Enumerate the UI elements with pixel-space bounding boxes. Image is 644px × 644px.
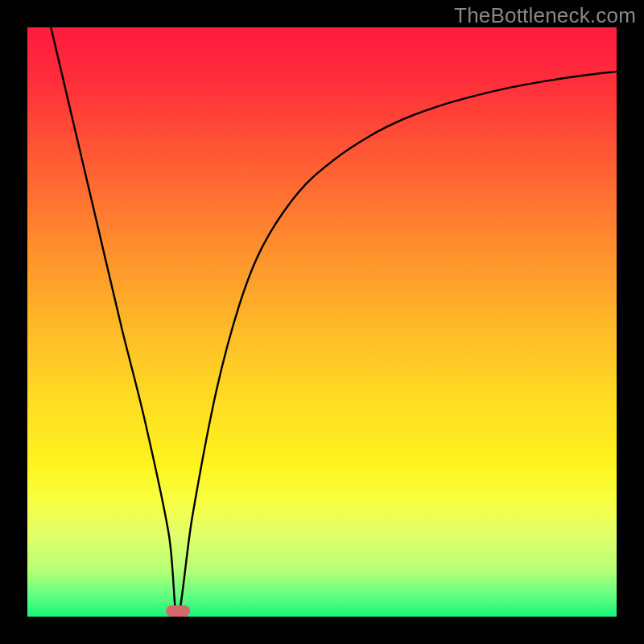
plot-area [27, 27, 617, 617]
chart-frame: TheBottleneck.com [0, 0, 644, 644]
optimum-marker [166, 605, 190, 617]
watermark-text: TheBottleneck.com [454, 3, 636, 28]
